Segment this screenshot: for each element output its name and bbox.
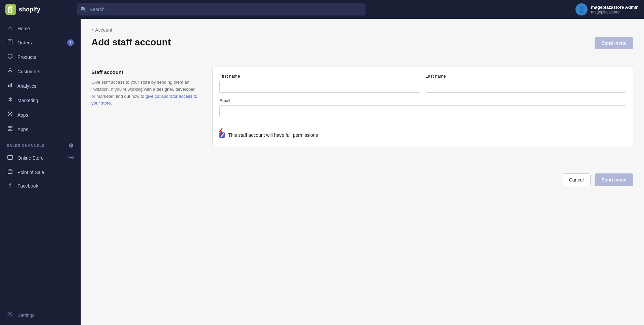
breadcrumb-chevron-icon: ‹ [91,27,93,33]
svg-rect-16 [11,129,12,131]
orders-badge: 1 [67,39,74,46]
search-bar[interactable]: 🔍 [77,3,366,15]
sales-channels-header: SALES CHANNELS ⊕ [0,136,81,151]
sidebar-label-customers: Customers [17,69,40,74]
online-store-icon [7,154,13,162]
avatar-icon: 👤 [578,6,585,13]
name-row: First name Last name [219,74,626,93]
sidebar-label-settings: Settings [17,313,35,318]
online-store-eye-icon[interactable]: 👁 [69,155,74,161]
page-title: Add staff account [91,37,171,48]
sidebar-item-facebook[interactable]: f Facebook [0,179,81,192]
page-header: Add staff account Send invite [91,37,633,56]
sidebar-item-settings[interactable]: Settings [0,308,81,322]
sidebar-item-products[interactable]: Products [0,50,81,64]
sidebar-item-apps[interactable]: Apps [0,122,81,136]
user-avatar: 👤 [575,3,588,15]
sidebar-item-online-store[interactable]: Online Store 👁 [0,151,81,165]
search-input[interactable] [90,7,361,12]
arrow-indicator [216,127,226,137]
sidebar-label-online-store: Online Store [17,155,44,161]
sidebar-label-facebook: Facebook [17,183,38,189]
user-area: 👤 mageplazastore Admin mageplazastore [575,3,639,15]
svg-rect-13 [8,126,10,128]
main-content: ‹ Account Add staff account Send invite … [81,19,644,325]
svg-rect-14 [11,126,12,128]
logo-text: shopify [19,6,40,13]
home-icon: ⌂ [7,25,13,32]
svg-rect-1 [8,39,12,44]
search-icon: 🔍 [81,6,87,12]
sidebar-label-analytics: Analytics [17,83,36,89]
marketing-icon [7,96,13,104]
svg-point-10 [9,113,10,114]
settings-icon [7,311,13,319]
sidebar-item-discounts[interactable]: Apps [0,108,81,122]
discounts-icon [7,111,13,119]
point-of-sale-icon [7,168,13,176]
form-description: Staff account Give staff access to your … [91,67,199,146]
sidebar-item-orders[interactable]: Orders 1 [0,35,81,50]
first-name-input[interactable] [219,81,420,93]
send-invite-top-button[interactable]: Send invite [595,37,633,49]
user-store: mageplazastore [591,10,639,14]
email-input[interactable] [219,105,626,117]
sidebar-label-orders: Orders [17,40,32,45]
form-divider [213,124,633,124]
svg-rect-9 [11,83,12,87]
sidebar-label-discounts: Apps [17,112,28,118]
svg-marker-22 [219,134,222,136]
form-card: First name Last name Email [212,67,633,146]
sidebar-bottom: Settings [0,305,81,322]
sidebar-item-home[interactable]: ⌂ Home [0,22,81,35]
footer-actions: Cancel Send invite [91,168,633,186]
content-divider [81,157,644,157]
email-row: Email [219,98,626,117]
sidebar-label-home: Home [17,26,30,31]
sidebar-item-customers[interactable]: Customers [0,64,81,79]
email-label: Email [219,98,626,103]
last-name-input[interactable] [426,81,627,93]
first-name-label: First name [219,74,420,79]
svg-point-21 [9,313,11,315]
sidebar-item-marketing[interactable]: Marketing [0,93,81,108]
user-name: mageplazastore Admin [591,5,639,10]
email-field: Email [219,98,626,117]
sidebar-label-marketing: Marketing [17,98,38,103]
svg-rect-7 [8,85,9,87]
svg-rect-15 [8,129,10,131]
main-layout: ⌂ Home Orders 1 Products Customers [0,19,644,325]
sidebar-label-products: Products [17,54,36,60]
send-invite-button[interactable]: Send invite [595,173,633,186]
shopify-logo-icon [5,4,16,15]
apps-icon [7,125,13,133]
sidebar: ⌂ Home Orders 1 Products Customers [0,19,81,325]
orders-icon [7,39,13,46]
cancel-button[interactable]: Cancel [562,173,591,186]
sidebar-item-analytics[interactable]: Analytics [0,79,81,93]
user-info: mageplazastore Admin mageplazastore [591,5,639,14]
breadcrumb[interactable]: ‹ Account [91,27,633,33]
last-name-field: Last name [426,74,627,93]
sidebar-item-point-of-sale[interactable]: Point of Sale [0,165,81,179]
analytics-icon [7,82,13,90]
svg-point-6 [9,69,11,71]
add-sales-channel-icon[interactable]: ⊕ [69,142,74,149]
sidebar-label-apps: Apps [17,127,28,132]
sales-channels-label: SALES CHANNELS [7,144,45,148]
products-icon [7,53,13,61]
first-name-field: First name [219,74,420,93]
sidebar-label-point-of-sale: Point of Sale [17,170,44,175]
full-permissions-label: This staff account will have full permis… [228,132,318,138]
permissions-checkbox-row: This staff account will have full permis… [219,131,626,139]
top-navigation: shopify 🔍 👤 mageplazastore Admin magepla… [0,0,644,19]
svg-point-11 [10,114,11,115]
svg-rect-8 [10,84,11,87]
svg-rect-17 [8,156,12,160]
breadcrumb-label: Account [95,27,112,33]
last-name-label: Last name [426,74,627,79]
customers-icon [7,68,13,75]
facebook-icon: f [7,183,13,189]
logo[interactable]: shopify [5,4,73,15]
form-section: Staff account Give staff access to your … [91,67,633,146]
